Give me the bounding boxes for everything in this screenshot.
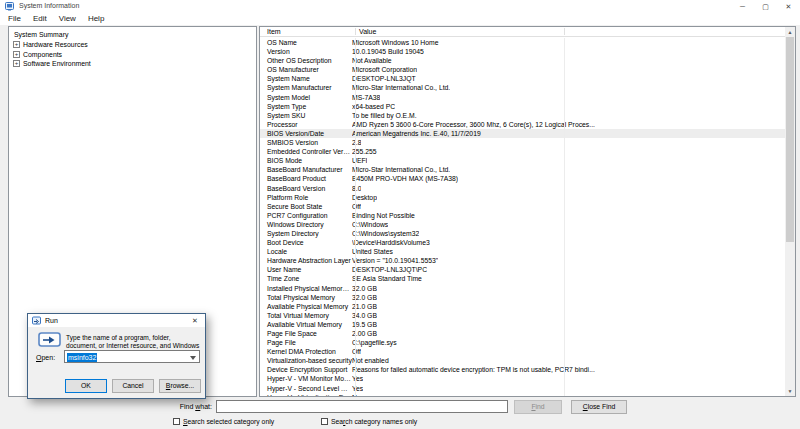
table-row[interactable]: OS ManufacturerMicrosoft Corporation [260,65,785,74]
value-cell: United States [352,247,393,256]
search-selected-category-checkbox[interactable]: Search selected category only [173,418,274,425]
run-dialog-title-bar: Run ✕ [28,314,205,327]
table-row[interactable]: Kernel DMA ProtectionOff [260,347,785,356]
table-row[interactable]: Secure Boot StateOff [260,202,785,211]
menu-edit[interactable]: Edit [27,13,53,25]
maximize-button[interactable]: ▢ [754,0,777,13]
table-row[interactable]: BaseBoard ProductB450M PRO-VDH MAX (MS-7… [260,174,785,183]
run-close-button[interactable]: ✕ [189,314,201,327]
value-cell: C:\Windows\system32 [352,229,419,238]
close-button[interactable]: ✕ [777,0,800,13]
expand-plus-icon[interactable]: + [13,51,20,58]
item-cell: BIOS Version/Date [260,129,352,138]
menu-view[interactable]: View [53,13,82,25]
tree-item[interactable]: +Software Environment [9,59,256,69]
value-cell: DESKTOP-LNL3JQT [352,74,416,83]
app-icon [5,2,14,11]
table-row[interactable]: Hyper-V - Virtualization Enable...No [260,393,785,396]
expand-plus-icon[interactable]: + [13,41,20,48]
menu-bar: File Edit View Help [2,13,110,25]
search-category-names-checkbox[interactable]: Search category names only [321,418,417,425]
scroll-up-icon[interactable]: ▲ [785,27,795,37]
item-cell: Page File Space [260,329,352,338]
table-row[interactable]: SMBIOS Version2.8 [260,138,785,147]
vertical-scrollbar[interactable]: ▲ ▼ [785,27,795,396]
table-row[interactable]: Available Virtual Memory19.5 GB [260,320,785,329]
item-cell: Hyper-V - Virtualization Enable... [260,393,352,396]
menu-help[interactable]: Help [82,13,110,25]
table-row[interactable]: BIOS ModeUEFI [260,156,785,165]
table-row[interactable]: System NameDESKTOP-LNL3JQT [260,74,785,83]
item-cell: Available Physical Memory [260,302,352,311]
find-what-label: Find what: [160,403,212,410]
table-row[interactable]: Other OS DescriptionNot Available [260,56,785,65]
table-row[interactable]: System Typex64-based PC [260,102,785,111]
table-row[interactable]: Virtualization-based securityNot enabled [260,356,785,365]
column-header-value[interactable]: Value [359,27,376,37]
tree-item[interactable]: +Components [9,50,256,60]
table-row[interactable]: Hyper-V - Second Level Addres...Yes [260,384,785,393]
open-combobox[interactable]: msinfo32 [64,350,200,363]
value-cell: Binding Not Possible [352,211,415,220]
table-row[interactable]: System ModelMS-7A38 [260,93,785,102]
table-row[interactable]: Page FileC:\pagefile.sys [260,338,785,347]
table-row[interactable]: System SKUTo be filled by O.E.M. [260,111,785,120]
table-row[interactable]: Time ZoneSE Asia Standard Time [260,274,785,283]
find-button[interactable]: Find [514,400,562,414]
table-row[interactable]: Total Virtual Memory34.0 GB [260,311,785,320]
scrollbar-thumb[interactable] [786,37,794,242]
item-cell: Embedded Controller Version [260,147,352,156]
table-row[interactable]: OS NameMicrosoft Windows 10 Home [260,38,785,47]
table-row[interactable]: Total Physical Memory32.0 GB [260,293,785,302]
table-row[interactable]: Embedded Controller Version255.255 [260,147,785,156]
table-row[interactable]: Page File Space2.00 GB [260,329,785,338]
table-row[interactable]: User NameDESKTOP-LNL3JQT\PC [260,265,785,274]
close-find-button[interactable]: Close Find [571,400,627,414]
cancel-button[interactable]: Cancel [112,379,154,393]
table-row[interactable]: Hardware Abstraction LayerVersion = "10.… [260,256,785,265]
table-row[interactable]: ProcessorAMD Ryzen 5 3600 6-Core Process… [260,120,785,129]
table-row[interactable]: Boot Device\Device\HarddiskVolume3 [260,238,785,247]
tree-item[interactable]: +Hardware Resources [9,40,256,50]
table-row[interactable]: BIOS Version/DateAmerican Megatrends Inc… [260,129,785,138]
table-row[interactable]: Available Physical Memory21.0 GB [260,302,785,311]
column-divider[interactable] [564,28,565,35]
value-cell: No [352,393,361,396]
table-row[interactable]: Hyper-V - VM Monitor Mode E...Yes [260,374,785,383]
column-divider[interactable] [355,28,356,35]
combobox-dropdown-icon[interactable] [190,356,196,360]
checkbox-icon[interactable] [173,418,180,425]
tree-item-system-summary[interactable]: System Summary [9,27,256,40]
item-cell: Other OS Description [260,56,352,65]
table-row[interactable]: Windows DirectoryC:\Windows [260,220,785,229]
menu-file[interactable]: File [2,13,27,25]
table-row[interactable]: BaseBoard Version8.0 [260,184,785,193]
find-input[interactable] [216,400,508,413]
open-combobox-value[interactable]: msinfo32 [67,353,97,362]
table-row[interactable]: Platform RoleDesktop [260,193,785,202]
item-cell: Locale [260,247,352,256]
value-cell: American Megatrends Inc. E.40, 11/7/2019 [352,129,481,138]
scroll-down-icon[interactable]: ▼ [785,386,795,396]
table-row[interactable]: Device Encryption SupportReasons for fai… [260,365,785,374]
table-row[interactable]: BaseBoard ManufacturerMicro-Star Interna… [260,165,785,174]
checkbox-icon[interactable] [321,418,328,425]
expand-plus-icon[interactable]: + [13,60,20,67]
value-cell: x64-based PC [352,102,395,111]
browse-button[interactable]: Browse... [159,379,201,393]
table-row[interactable]: Installed Physical Memory (RAM)32.0 GB [260,284,785,293]
table-row[interactable]: PCR7 ConfigurationBinding Not Possible [260,211,785,220]
tree-items: +Hardware Resources+Components+Software … [9,40,256,69]
value-cell: Micro-Star International Co., Ltd. [352,165,450,174]
minimize-button[interactable]: ─ [731,0,754,13]
item-cell: BaseBoard Version [260,184,352,193]
table-row[interactable]: System DirectoryC:\Windows\system32 [260,229,785,238]
item-cell: System SKU [260,111,352,120]
table-row[interactable]: Version10.0.19045 Build 19045 [260,47,785,56]
table-row[interactable]: LocaleUnited States [260,247,785,256]
ok-button[interactable]: OK [65,379,107,393]
table-row[interactable]: System ManufacturerMicro-Star Internatio… [260,83,785,92]
column-header-item[interactable]: Item [267,27,281,37]
item-cell: Version [260,47,352,56]
item-cell: Hardware Abstraction Layer [260,256,352,265]
